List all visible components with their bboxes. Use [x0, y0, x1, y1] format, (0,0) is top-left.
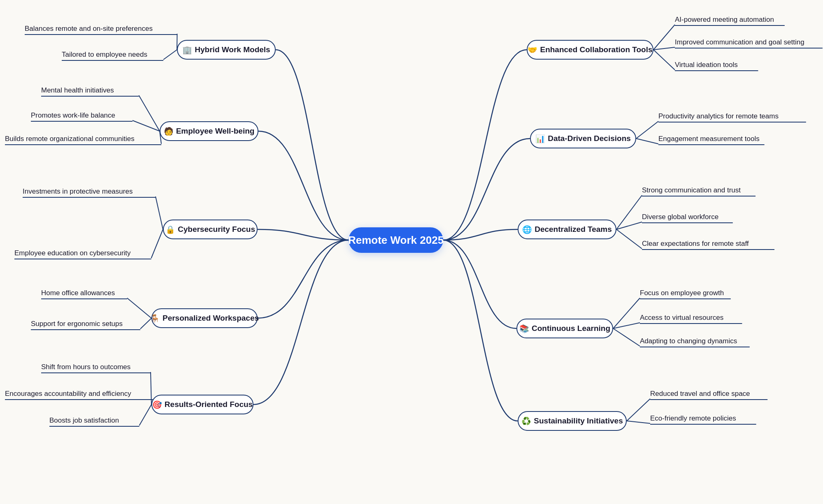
svg-line-12	[151, 229, 163, 258]
svg-line-30	[636, 121, 658, 139]
svg-line-6	[133, 120, 160, 131]
leaf-text: Strong communication and trust	[642, 186, 741, 194]
leaf-text: Investments in protective measures	[23, 187, 133, 196]
svg-line-44	[613, 328, 640, 346]
branch-learning: 📚Continuous Learning	[516, 319, 613, 338]
leaf-text: Boosts job satisfaction	[49, 416, 119, 425]
branch-decentral: 🌐Decentralized Teams	[518, 220, 616, 239]
leaf-text: Mental health initiatives	[41, 86, 114, 95]
leaf-text: Productivity analytics for remote teams	[658, 112, 779, 120]
svg-line-28	[653, 50, 675, 70]
branch-results: 🎯Results-Oriented Focus	[151, 395, 253, 414]
svg-line-46	[627, 399, 650, 421]
leaf-text: Eco-friendly remote policies	[650, 414, 736, 423]
leaf-text: Balances remote and on-site preferences	[25, 25, 153, 33]
leaf-text: Home office allowances	[41, 289, 115, 297]
leaf-text: Access to virtual resources	[640, 314, 723, 322]
branch-wellbeing: 🧑Employee Well-being	[160, 121, 258, 141]
branch-sustain: ♻️Sustainability Initiatives	[518, 411, 627, 431]
leaf-text: Reduced travel and office space	[650, 390, 750, 398]
svg-line-24	[653, 25, 675, 50]
leaf-text: Diverse global workforce	[642, 213, 718, 221]
leaf-text: Adapting to changing dynamics	[640, 337, 737, 345]
leaf-text: Promotes work-life balance	[31, 111, 115, 120]
leaf-text: Shift from hours to outcomes	[41, 363, 130, 371]
svg-line-48	[627, 421, 650, 423]
svg-line-16	[140, 318, 151, 329]
svg-line-22	[139, 405, 152, 425]
leaf-text: AI-powered meeting automation	[675, 16, 774, 24]
svg-line-40	[613, 298, 640, 328]
leaf-text: Improved communication and goal setting	[675, 38, 804, 46]
leaf-text: Virtual ideation tools	[675, 61, 738, 69]
svg-line-4	[139, 95, 160, 131]
leaf-text: Support for ergonomic setups	[31, 320, 123, 328]
svg-line-2	[163, 50, 177, 60]
leaf-text: Employee education on cybersecurity	[14, 249, 131, 257]
svg-line-18	[151, 372, 151, 405]
leaf-text: Clear expectations for remote staff	[642, 240, 749, 248]
leaf-text: Focus on employee growth	[640, 289, 724, 297]
leaf-text: Tailored to employee needs	[62, 51, 147, 59]
leaf-text: Encourages accountability and efficiency	[5, 390, 131, 398]
branch-hybrid: 🏢Hybrid Work Models	[177, 40, 276, 60]
svg-line-14	[127, 298, 151, 318]
branch-data: 📊Data-Driven Decisions	[530, 129, 636, 148]
branch-collab: 🤝Enhanced Collaboration Tools	[527, 40, 653, 60]
branch-workspace: 🪑Personalized Workspaces	[151, 308, 258, 328]
svg-line-34	[616, 195, 642, 229]
svg-line-42	[613, 323, 640, 328]
branch-cyber: 🔒Cybersecurity Focus	[163, 220, 258, 239]
leaf-text: Engagement measurement tools	[658, 135, 760, 143]
svg-line-10	[156, 197, 163, 229]
svg-line-32	[636, 139, 658, 144]
svg-line-38	[616, 229, 642, 249]
center-node: Remote Work 2025	[349, 227, 443, 253]
svg-line-36	[616, 222, 642, 229]
svg-line-26	[653, 47, 675, 50]
leaf-text: Builds remote organizational communities	[5, 135, 135, 143]
